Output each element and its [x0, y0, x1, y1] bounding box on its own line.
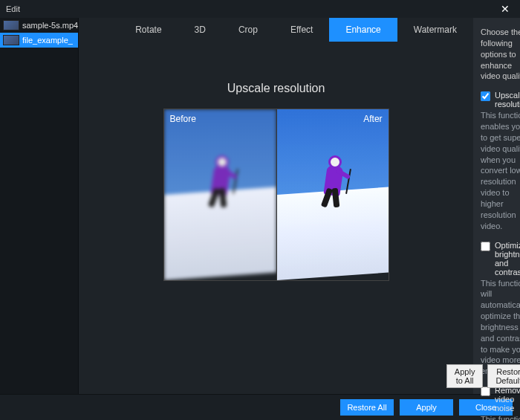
restore-defaults-button[interactable]: Restore Defaults [487, 364, 520, 388]
upscale-checkbox[interactable] [481, 91, 490, 101]
video-thumb-icon [3, 35, 19, 45]
apply-button[interactable]: Apply [400, 399, 453, 416]
brightness-checkbox[interactable] [481, 242, 490, 251]
tab-watermark[interactable]: Watermark [397, 18, 473, 42]
panel-bottom-buttons: Apply to All Restore Defaults [446, 364, 520, 388]
restore-all-button[interactable]: Restore All [340, 399, 394, 416]
noise-desc: This function can remove the dirt-like v… [481, 414, 520, 420]
tab-rotate[interactable]: Rotate [119, 18, 178, 42]
tab-effect[interactable]: Effect [274, 18, 329, 42]
titlebar: Edit ✕ [0, 0, 520, 18]
noise-checkbox[interactable] [481, 387, 490, 396]
preview-title: Upscale resolution [227, 82, 325, 95]
window-title: Edit [6, 4, 20, 13]
option-noise[interactable]: Remove video noise [481, 386, 520, 413]
options-panel: Choose the following options to enhance … [473, 18, 520, 394]
tab-crop[interactable]: Crop [222, 18, 274, 42]
apply-to-all-button[interactable]: Apply to All [446, 364, 484, 388]
file-name: file_example_ [22, 36, 73, 45]
brightness-label: Optimize brightness and contrast [495, 241, 520, 277]
video-thumb-icon [3, 20, 19, 30]
file-item[interactable]: file_example_ [0, 33, 78, 48]
option-brightness[interactable]: Optimize brightness and contrast [481, 241, 520, 277]
upscale-desc: This function enables you to get superb … [481, 110, 520, 231]
preview-stage: Upscale resolution Before After [79, 42, 473, 394]
preview-comparison: Before After [163, 109, 389, 281]
sample-image-after [277, 109, 389, 280]
center-panel: Rotate 3D Crop Effect Enhance Watermark … [79, 18, 473, 394]
file-item[interactable]: sample-5s.mp4 [0, 18, 78, 33]
panel-intro: Choose the following options to enhance … [481, 27, 520, 82]
file-sidebar: sample-5s.mp4 file_example_ [0, 18, 79, 394]
tab-enhance[interactable]: Enhance [329, 18, 397, 42]
after-label: After [363, 114, 382, 124]
upscale-label: Upscale resolution [495, 91, 520, 109]
main-area: sample-5s.mp4 file_example_ Rotate 3D Cr… [0, 18, 520, 394]
brightness-desc: This function will automatically optimiz… [481, 278, 520, 378]
tab-3d[interactable]: 3D [178, 18, 222, 42]
noise-label: Remove video noise [495, 386, 520, 413]
option-upscale[interactable]: Upscale resolution [481, 91, 520, 109]
footer-bar: Restore All Apply Close [0, 394, 520, 420]
file-name: sample-5s.mp4 [22, 21, 78, 30]
preview-after: After [276, 109, 389, 280]
tab-bar: Rotate 3D Crop Effect Enhance Watermark [79, 18, 473, 42]
before-label: Before [170, 114, 196, 124]
sample-image-before [164, 109, 276, 280]
preview-before: Before [164, 109, 276, 280]
close-icon[interactable]: ✕ [496, 1, 514, 16]
